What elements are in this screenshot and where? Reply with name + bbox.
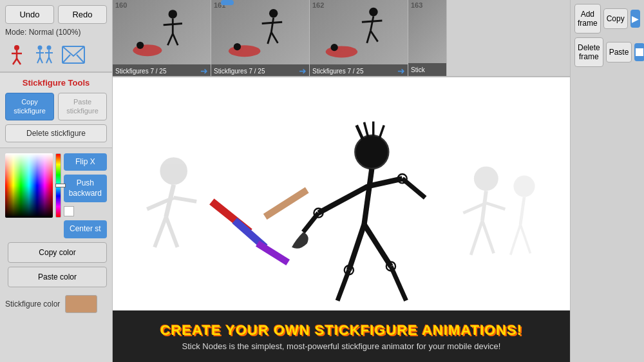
svg-line-28 <box>267 32 271 44</box>
left-panel: Undo Redo Mode: Normal (100%) <box>0 0 113 362</box>
svg-point-25 <box>269 9 278 18</box>
svg-line-13 <box>46 57 49 63</box>
delete-frame-button[interactable]: Delete frame <box>574 37 603 67</box>
banner-subtitle: Stick Nodes is the simplest, most-powerf… <box>182 341 501 351</box>
mode-label: Mode: Normal (100%) <box>0 26 112 41</box>
paste-stickfigure-button[interactable]: Pastestickfigure <box>58 93 107 120</box>
copy-color-button[interactable]: Copy color <box>8 242 107 263</box>
color-gradient[interactable] <box>5 153 53 218</box>
svg-line-74 <box>520 197 524 225</box>
frame-162-svg <box>315 3 403 61</box>
svg-line-22 <box>173 33 178 45</box>
undo-button[interactable]: Undo <box>5 5 54 24</box>
svg-point-18 <box>168 10 177 19</box>
svg-line-50 <box>357 126 363 139</box>
svg-line-47 <box>258 243 288 263</box>
svg-point-24 <box>137 42 144 49</box>
svg-line-59 <box>349 224 365 270</box>
svg-line-76 <box>520 224 530 253</box>
canvas-area[interactable] <box>113 77 570 310</box>
background-icon <box>62 46 85 64</box>
push-backward-button[interactable]: Pushbackward <box>64 175 107 202</box>
tool-icons-bar <box>0 41 112 71</box>
stickfigure-color-label: Stickfigure color <box>5 300 60 309</box>
svg-line-54 <box>365 169 372 224</box>
play-icon: ▶ <box>632 14 639 24</box>
right-panel: Add frame Copy ▶ Delete frame Paste <box>570 0 644 362</box>
svg-line-62 <box>391 266 406 300</box>
single-figure-icon <box>8 44 26 65</box>
delete-stickfigure-button[interactable]: Delete stickfigure <box>5 124 107 142</box>
flip-x-button[interactable]: Flip X <box>64 153 107 171</box>
svg-line-61 <box>365 224 391 266</box>
timeline-scroll-thumb[interactable] <box>221 0 234 5</box>
svg-line-4 <box>17 59 21 64</box>
frame-162-arrow: ➜ <box>397 66 405 76</box>
svg-line-34 <box>361 21 382 22</box>
single-figure-tool[interactable] <box>5 43 28 66</box>
svg-point-38 <box>330 44 337 51</box>
paste-color-button[interactable]: Paste color <box>8 267 107 287</box>
svg-point-30 <box>228 45 260 57</box>
animation-canvas-svg <box>113 77 570 310</box>
svg-line-27 <box>261 22 282 23</box>
redo-button[interactable]: Redo <box>58 5 107 24</box>
square-icon <box>634 47 644 57</box>
frame-160-sf-count: Stickfigures 7 / 25 <box>115 68 166 75</box>
frame-161-svg <box>216 3 305 61</box>
frame-162-info: Stickfigures 7 / 25 ➜ <box>310 64 408 77</box>
frame-163-info: Stick <box>408 63 446 76</box>
frame-161-info: Stickfigures 7 / 25 ➜ <box>211 64 309 77</box>
frame-161-image <box>211 0 309 64</box>
frame-162-sf-count: Stickfigures 7 / 25 <box>312 68 363 75</box>
play-button[interactable]: ▶ <box>630 10 640 28</box>
paste-button[interactable]: Paste <box>606 42 632 62</box>
frame-162-image <box>310 0 408 64</box>
frame-160[interactable]: 160 Stickfigures 7 / 25 ➜ <box>113 0 211 77</box>
svg-line-3 <box>13 59 17 64</box>
svg-line-36 <box>370 31 377 42</box>
frame-161[interactable]: 161 Stickfigures 7 / 25 ➜ <box>211 0 310 77</box>
frame-162[interactable]: 162 Stickfigures 7 / 25 ➜ <box>310 0 408 77</box>
frame-162-number: 162 <box>312 1 324 9</box>
svg-line-42 <box>166 217 178 247</box>
color-slider[interactable] <box>55 153 61 218</box>
svg-line-35 <box>366 31 370 43</box>
svg-line-72 <box>486 203 506 209</box>
frame-160-svg <box>118 3 206 61</box>
multi-figure-icon <box>33 44 57 65</box>
stickfigure-tools-section: Stickfigure Tools Copystickfigure Pastes… <box>0 73 112 148</box>
svg-line-14 <box>49 57 52 63</box>
multi-figure-tool[interactable] <box>33 43 57 66</box>
slider-thumb <box>55 184 66 187</box>
svg-point-32 <box>369 8 378 17</box>
frame-163-sf-count: Stick <box>411 66 425 73</box>
copy-button[interactable]: Copy <box>603 8 628 29</box>
svg-line-69 <box>471 220 482 254</box>
add-frame-button[interactable]: Add frame <box>574 4 601 33</box>
svg-point-31 <box>233 43 240 50</box>
svg-line-9 <box>40 57 43 63</box>
side-buttons: Flip X Pushbackward Center st <box>64 153 107 238</box>
svg-point-39 <box>160 157 187 185</box>
frame-160-info: Stickfigures 7 / 25 ➜ <box>113 64 211 77</box>
svg-point-37 <box>325 46 357 57</box>
color-picker-area: Flip X Pushbackward Center st <box>5 153 107 238</box>
svg-point-0 <box>14 45 19 50</box>
frame-163-partial[interactable]: 163 Stick <box>408 0 447 76</box>
stickfigure-tools-title: Stickfigure Tools <box>5 78 107 88</box>
frame-160-arrow: ➜ <box>200 66 208 76</box>
svg-line-41 <box>155 217 166 247</box>
stickfigure-color-swatch[interactable] <box>65 295 97 313</box>
svg-point-73 <box>513 176 535 197</box>
svg-line-53 <box>379 126 384 138</box>
copy-stickfigure-button[interactable]: Copystickfigure <box>5 93 54 120</box>
svg-line-8 <box>37 57 40 63</box>
center-st-button[interactable]: Center st <box>64 220 107 238</box>
svg-line-48 <box>265 190 307 216</box>
svg-rect-77 <box>636 48 643 56</box>
svg-line-29 <box>271 32 278 43</box>
svg-point-67 <box>474 166 498 191</box>
background-tool[interactable] <box>62 43 85 66</box>
bottom-banner: CREATE YOUR OWN STICKFIGURE ANIMATIONS! … <box>113 310 570 362</box>
